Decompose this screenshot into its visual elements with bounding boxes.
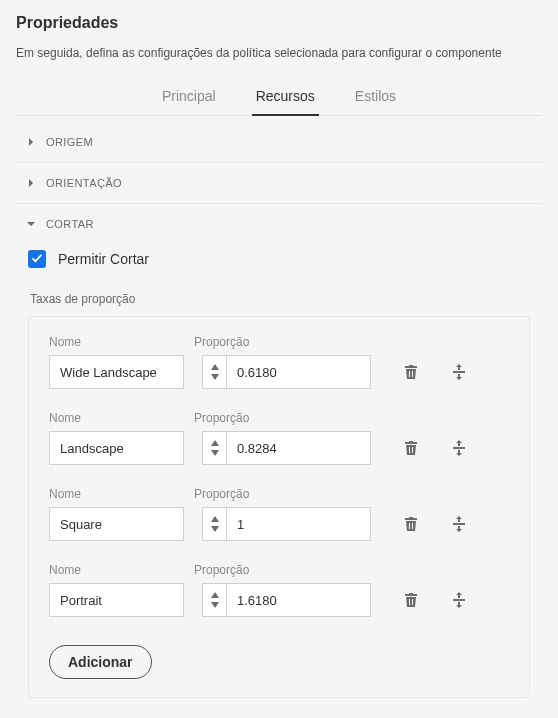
ratio-stepper[interactable] — [202, 507, 226, 541]
chevron-down-icon — [26, 219, 36, 229]
section-cortar: CORTAR Permitir Cortar Taxas de proporçã… — [16, 204, 542, 698]
tab-principal[interactable]: Principal — [158, 78, 220, 116]
section-orientacao: ORIENTAÇÃO — [16, 163, 542, 204]
col-label-name: Nome — [49, 411, 194, 425]
allow-crop-row: Permitir Cortar — [16, 244, 542, 282]
add-button[interactable]: Adicionar — [49, 645, 152, 679]
tab-estilos[interactable]: Estilos — [351, 78, 400, 116]
col-label-ratio: Proporção — [194, 411, 249, 425]
ratio-input[interactable] — [226, 355, 371, 389]
ratio-input[interactable] — [226, 507, 371, 541]
ratio-row: Nome Proporção — [49, 563, 509, 617]
section-cortar-header[interactable]: CORTAR — [16, 204, 542, 244]
name-input[interactable] — [49, 431, 184, 465]
ratio-row: Nome Proporção — [49, 411, 509, 465]
tab-recursos[interactable]: Recursos — [252, 78, 319, 116]
col-label-name: Nome — [49, 487, 194, 501]
ratio-input[interactable] — [226, 431, 371, 465]
ratio-stepper[interactable] — [202, 583, 226, 617]
ratio-row: Nome Proporção — [49, 335, 509, 389]
col-label-ratio: Proporção — [194, 335, 249, 349]
section-cortar-label: CORTAR — [46, 218, 94, 230]
tabs: Principal Recursos Estilos — [16, 78, 542, 116]
ratios-heading: Taxas de proporção — [16, 282, 542, 316]
reorder-icon[interactable] — [449, 438, 469, 458]
section-origem-header[interactable]: ORIGEM — [16, 122, 542, 162]
allow-crop-checkbox[interactable] — [28, 250, 46, 268]
delete-icon[interactable] — [401, 362, 421, 382]
reorder-icon[interactable] — [449, 590, 469, 610]
delete-icon[interactable] — [401, 590, 421, 610]
page-title: Propriedades — [16, 14, 542, 32]
chevron-right-icon — [26, 137, 36, 147]
allow-crop-label: Permitir Cortar — [58, 251, 149, 267]
section-orientacao-header[interactable]: ORIENTAÇÃO — [16, 163, 542, 203]
ratio-row: Nome Proporção — [49, 487, 509, 541]
chevron-right-icon — [26, 178, 36, 188]
section-origem-label: ORIGEM — [46, 136, 93, 148]
delete-icon[interactable] — [401, 438, 421, 458]
ratio-stepper[interactable] — [202, 355, 226, 389]
delete-icon[interactable] — [401, 514, 421, 534]
section-orientacao-label: ORIENTAÇÃO — [46, 177, 122, 189]
ratios-container: Nome Proporção — [28, 316, 530, 698]
section-origem: ORIGEM — [16, 122, 542, 163]
page-subtitle: Em seguida, defina as configurações da p… — [16, 46, 542, 60]
reorder-icon[interactable] — [449, 362, 469, 382]
col-label-name: Nome — [49, 335, 194, 349]
ratio-input[interactable] — [226, 583, 371, 617]
col-label-name: Nome — [49, 563, 194, 577]
col-label-ratio: Proporção — [194, 563, 249, 577]
name-input[interactable] — [49, 355, 184, 389]
name-input[interactable] — [49, 583, 184, 617]
name-input[interactable] — [49, 507, 184, 541]
col-label-ratio: Proporção — [194, 487, 249, 501]
ratio-stepper[interactable] — [202, 431, 226, 465]
reorder-icon[interactable] — [449, 514, 469, 534]
